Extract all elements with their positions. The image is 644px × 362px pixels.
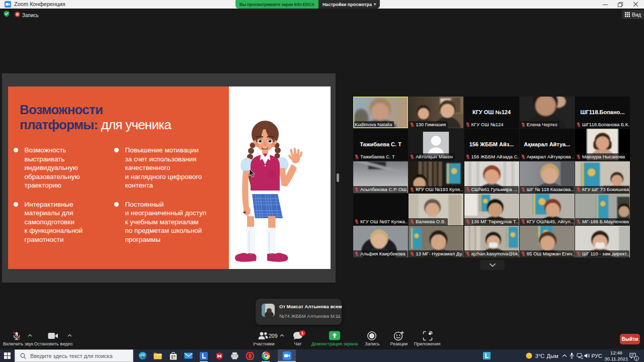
- reactions-label[interactable]: Реакции: [390, 341, 408, 346]
- recording-indicator-icon[interactable]: [14, 11, 21, 18]
- maximize-button[interactable]: [613, 0, 628, 9]
- video-options-chevron[interactable]: [67, 334, 72, 337]
- tray-network-icon[interactable]: [576, 349, 584, 362]
- tray-expand-chevron[interactable]: [560, 349, 569, 362]
- taskbar-app-microsoft-store[interactable]: [166, 349, 181, 362]
- taskbar-app-l-app[interactable]: [196, 349, 211, 362]
- minimize-button[interactable]: [598, 0, 613, 9]
- microphone-muted-icon: [466, 122, 470, 127]
- taskbar-app-mcafee[interactable]: [212, 349, 227, 362]
- action-center-icon[interactable]: 1: [627, 349, 637, 362]
- taskbar-app-chrome[interactable]: [258, 349, 273, 362]
- share-screen-icon[interactable]: [328, 331, 341, 340]
- tray-network-icon-glyph: [577, 353, 583, 359]
- microphone-muted-icon[interactable]: [12, 331, 22, 341]
- camera-icon[interactable]: [48, 332, 58, 340]
- chat-label[interactable]: Чат: [294, 341, 302, 346]
- participant-tile[interactable]: КГУ ОШ №97 Кулжа...: [353, 194, 408, 225]
- audio-options-chevron[interactable]: [28, 334, 32, 337]
- participant-tile[interactable]: Валиева О.В.: [409, 194, 463, 225]
- start-button[interactable]: [0, 349, 15, 362]
- participant-tile[interactable]: ШГ 110 - зам.директ...: [575, 226, 630, 257]
- taskbar-app-l-tray[interactable]: [479, 349, 494, 362]
- participant-tile[interactable]: 156 ЖББМ Айз...156 ЖББМ Айзада С...: [464, 129, 519, 160]
- taskbar-search-input[interactable]: Введите здесь текст для поиска: [15, 349, 133, 362]
- participant-nametag: 13 МГ- Нуржамал Ду...: [409, 250, 463, 257]
- taskbar-app-l-tray-glyph: [483, 352, 491, 359]
- chat-notification-toast[interactable]: От Максат Алтынова всем №74 ЖББМ Алтынов…: [256, 299, 342, 325]
- participant-tile[interactable]: Ақмарал Айтуа...Ақмарал Айтуарова ...: [520, 129, 575, 160]
- participants-chevron[interactable]: [280, 334, 284, 337]
- taskbar-app-printer[interactable]: [227, 349, 242, 362]
- participant-tile[interactable]: ajzhan.kasymova@bk....: [464, 226, 519, 257]
- slide-title-line1: Возможности: [20, 102, 103, 117]
- participant-name: Альфия Каирбекова: [360, 250, 406, 257]
- taskbar-app-opera[interactable]: [243, 349, 258, 362]
- participant-tile[interactable]: КГУ ОШ№45, Айгул...: [520, 194, 575, 225]
- taskbar-app-mail[interactable]: [181, 349, 196, 362]
- slide-title-line2-accent: платформы:: [20, 117, 98, 132]
- mute-label[interactable]: Включить звук: [3, 341, 33, 346]
- participant-tile[interactable]: СШ№61 Гульмира ...: [464, 161, 519, 193]
- view-button[interactable]: Вид: [622, 10, 644, 19]
- microphone-muted-icon-glyph: [466, 219, 470, 224]
- participant-tile[interactable]: Манзура Нысанова: [575, 129, 630, 160]
- panel-resize-handle[interactable]: [337, 173, 339, 182]
- participant-name: Манзура Нысанова: [582, 153, 625, 160]
- participant-tile[interactable]: КГУ ОШ №124КГУ ОШ №124: [464, 97, 519, 128]
- close-button[interactable]: [628, 0, 643, 9]
- zoom-meeting-window: Zoom Конференция Вы просматриваете экран…: [0, 0, 644, 362]
- tray-microphone-icon[interactable]: [568, 349, 575, 362]
- participant-name: 156 ЖББМ Айзада С...: [471, 153, 519, 160]
- participant-tile[interactable]: 13 МГ- Нуржамал Ду...: [409, 226, 463, 257]
- meeting-info-bar: Запись Вид: [0, 9, 644, 20]
- participant-tile[interactable]: 130 Гимназия: [409, 97, 463, 128]
- participants-icon[interactable]: [258, 331, 269, 340]
- apps-label[interactable]: Приложения: [414, 341, 441, 346]
- apps-icon[interactable]: [423, 331, 433, 341]
- taskbar-app-zoom[interactable]: [278, 349, 296, 362]
- participant-tile[interactable]: КГУ ШГ 73 Бокишева...: [575, 161, 630, 193]
- leave-meeting-button[interactable]: Выйти: [620, 334, 640, 344]
- participant-tile[interactable]: Айтолқын Макен: [409, 129, 463, 160]
- participant-tile[interactable]: Асылбекова С.Р. ОШ...: [353, 161, 408, 193]
- taskbar-clock[interactable]: 12:4830.11.2021: [603, 350, 629, 361]
- weather-icon-glyph: [525, 352, 533, 359]
- taskbar-app-edge[interactable]: [135, 349, 150, 362]
- participant-name: 13 МГ- Нуржамал Ду...: [416, 250, 463, 257]
- gallery-more-button[interactable]: [480, 260, 505, 270]
- encryption-shield-icon[interactable]: [4, 11, 10, 17]
- microphone-muted-icon-glyph: [466, 122, 470, 127]
- participant-tile[interactable]: ШГ118.Бопано...ШГ118.Бопанова Б.К.: [575, 97, 630, 128]
- reactions-icon[interactable]: [393, 331, 404, 341]
- participant-nametag: 156 ЖББМ Айзада С...: [464, 153, 519, 160]
- participant-tile[interactable]: Елена Чертко: [520, 97, 575, 128]
- participant-tile[interactable]: ШГ № 118 Казакова...: [520, 161, 575, 193]
- record-icon[interactable]: [367, 331, 377, 341]
- stop-video-label[interactable]: Остановить видео: [34, 341, 73, 346]
- participant-nametag: КГУ ОШ №193 Куля...: [409, 186, 463, 193]
- participant-tile[interactable]: КГУ ОШ №193 Куля...: [409, 161, 463, 193]
- participant-tile[interactable]: Тажибаева С. ТТажибаева С. Т: [353, 129, 408, 160]
- participant-tile[interactable]: Альфия Каирбекова: [353, 226, 408, 257]
- participant-name: 136 МГ Төреқұлов Т...: [471, 218, 519, 225]
- participant-nametag: КГУ ОШ №124: [464, 121, 506, 128]
- weather-icon[interactable]: [524, 349, 534, 362]
- participants-label[interactable]: Участники: [253, 341, 275, 346]
- participant-tile[interactable]: 85 ОШ Маржан Егин...: [520, 226, 575, 257]
- participant-tile[interactable]: МГ-188 Б.Мауленова: [575, 194, 630, 225]
- taskbar-app-file-explorer[interactable]: [150, 349, 165, 362]
- view-options-dropdown[interactable]: Настройки просмотра ▾: [318, 0, 380, 9]
- zoom-toolbar: Включить звук Остановить видео 209 Участ…: [0, 329, 644, 349]
- participant-nametag: Асылбекова С.Р. ОШ...: [353, 186, 408, 193]
- microphone-muted-icon: [466, 251, 470, 256]
- language-indicator[interactable]: РУС: [590, 349, 603, 362]
- share-screen-label[interactable]: Демонстрация экрана: [311, 341, 358, 346]
- notification-title: От Максат Алтынова всем: [279, 304, 342, 309]
- record-label[interactable]: Запись: [365, 341, 380, 346]
- edge-icon: [138, 351, 147, 360]
- weather-condition[interactable]: Дым: [544, 349, 561, 362]
- participant-tile[interactable]: 136 МГ Төреқұлов Т...: [464, 194, 519, 225]
- participant-tile[interactable]: Kudimova Natalia: [353, 97, 408, 128]
- participant-name: Валиева О.В.: [416, 218, 446, 225]
